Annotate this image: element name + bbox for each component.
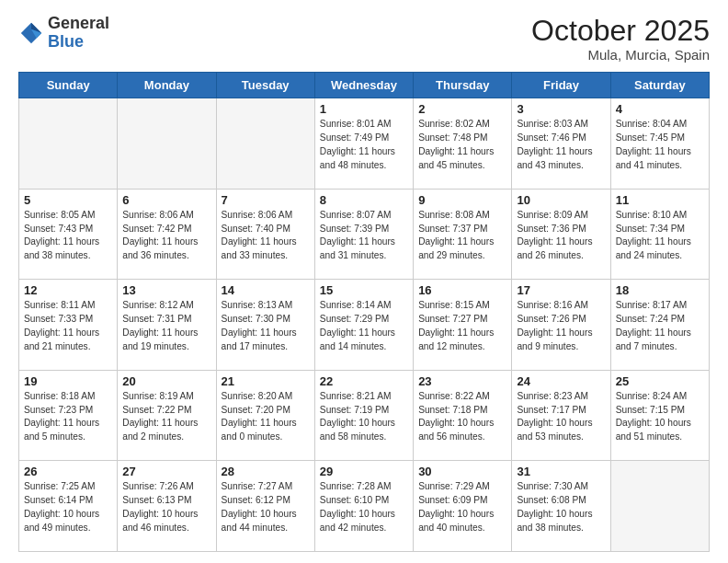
day-number: 5 <box>24 193 112 207</box>
calendar-week-3: 12Sunrise: 8:11 AM Sunset: 7:33 PM Dayli… <box>19 280 710 371</box>
calendar-day-26: 26Sunrise: 7:25 AM Sunset: 6:14 PM Dayli… <box>19 461 118 552</box>
calendar-day-15: 15Sunrise: 8:14 AM Sunset: 7:29 PM Dayli… <box>314 280 413 371</box>
day-info: Sunrise: 7:29 AM Sunset: 6:09 PM Dayligh… <box>418 480 506 534</box>
day-info: Sunrise: 7:25 AM Sunset: 6:14 PM Dayligh… <box>24 480 112 534</box>
calendar-day-29: 29Sunrise: 7:28 AM Sunset: 6:10 PM Dayli… <box>314 461 413 552</box>
weekday-header-sunday: Sunday <box>19 73 118 98</box>
day-info: Sunrise: 8:16 AM Sunset: 7:26 PM Dayligh… <box>517 299 605 353</box>
weekday-header-row: SundayMondayTuesdayWednesdayThursdayFrid… <box>19 73 710 98</box>
day-number: 27 <box>122 465 210 478</box>
day-number: 12 <box>24 283 112 297</box>
calendar-day-12: 12Sunrise: 8:11 AM Sunset: 7:33 PM Dayli… <box>19 280 118 371</box>
calendar-day-7: 7Sunrise: 8:06 AM Sunset: 7:40 PM Daylig… <box>216 189 314 280</box>
weekday-header-wednesday: Wednesday <box>314 73 413 98</box>
day-number: 8 <box>320 193 408 207</box>
day-number: 30 <box>418 465 506 478</box>
day-info: Sunrise: 8:09 AM Sunset: 7:36 PM Dayligh… <box>517 209 605 263</box>
weekday-header-thursday: Thursday <box>414 73 512 98</box>
day-info: Sunrise: 8:08 AM Sunset: 7:37 PM Dayligh… <box>418 209 506 263</box>
logo-icon <box>18 20 44 46</box>
title-block: October 2025 Mula, Murcia, Spain <box>531 15 710 63</box>
day-number: 26 <box>24 465 112 478</box>
calendar-week-1: 1Sunrise: 8:01 AM Sunset: 7:49 PM Daylig… <box>19 98 710 190</box>
day-info: Sunrise: 7:30 AM Sunset: 6:08 PM Dayligh… <box>517 480 605 534</box>
calendar-day-16: 16Sunrise: 8:15 AM Sunset: 7:27 PM Dayli… <box>414 280 512 371</box>
weekday-header-saturday: Saturday <box>610 73 709 98</box>
logo: General Blue <box>18 15 109 52</box>
day-info: Sunrise: 8:11 AM Sunset: 7:33 PM Dayligh… <box>24 299 112 353</box>
logo-general: General <box>48 14 109 32</box>
day-info: Sunrise: 8:06 AM Sunset: 7:42 PM Dayligh… <box>122 209 210 263</box>
day-number: 23 <box>418 374 506 388</box>
month-title: October 2025 <box>531 15 710 47</box>
day-number: 18 <box>616 283 704 297</box>
day-number: 24 <box>517 374 605 388</box>
day-number: 11 <box>616 193 704 207</box>
day-info: Sunrise: 8:23 AM Sunset: 7:17 PM Dayligh… <box>517 390 605 444</box>
day-number: 22 <box>320 374 408 388</box>
day-number: 28 <box>222 465 310 478</box>
day-number: 4 <box>616 102 704 116</box>
calendar-day-1: 1Sunrise: 8:01 AM Sunset: 7:49 PM Daylig… <box>314 98 413 190</box>
day-number: 31 <box>517 465 605 478</box>
day-info: Sunrise: 8:14 AM Sunset: 7:29 PM Dayligh… <box>320 299 408 353</box>
day-info: Sunrise: 8:22 AM Sunset: 7:18 PM Dayligh… <box>418 390 506 444</box>
day-info: Sunrise: 7:26 AM Sunset: 6:13 PM Dayligh… <box>122 480 210 534</box>
calendar-day-28: 28Sunrise: 7:27 AM Sunset: 6:12 PM Dayli… <box>216 461 314 552</box>
day-number: 29 <box>320 465 408 478</box>
day-number: 1 <box>320 102 408 116</box>
calendar-day-18: 18Sunrise: 8:17 AM Sunset: 7:24 PM Dayli… <box>610 280 709 371</box>
calendar-day-6: 6Sunrise: 8:06 AM Sunset: 7:42 PM Daylig… <box>118 189 216 280</box>
day-number: 7 <box>222 193 310 207</box>
location-title: Mula, Murcia, Spain <box>531 47 710 63</box>
day-number: 20 <box>122 374 210 388</box>
page: General Blue October 2025 Mula, Murcia, … <box>0 0 728 563</box>
day-info: Sunrise: 8:18 AM Sunset: 7:23 PM Dayligh… <box>24 390 112 444</box>
logo-text: General Blue <box>48 15 109 52</box>
day-info: Sunrise: 8:10 AM Sunset: 7:34 PM Dayligh… <box>616 209 704 263</box>
calendar-day-8: 8Sunrise: 8:07 AM Sunset: 7:39 PM Daylig… <box>314 189 413 280</box>
calendar-day-30: 30Sunrise: 7:29 AM Sunset: 6:09 PM Dayli… <box>414 461 512 552</box>
day-info: Sunrise: 8:17 AM Sunset: 7:24 PM Dayligh… <box>616 299 704 353</box>
day-number: 14 <box>222 283 310 297</box>
day-number: 9 <box>418 193 506 207</box>
calendar-day-11: 11Sunrise: 8:10 AM Sunset: 7:34 PM Dayli… <box>610 189 709 280</box>
calendar-day-14: 14Sunrise: 8:13 AM Sunset: 7:30 PM Dayli… <box>216 280 314 371</box>
calendar-empty <box>118 98 216 190</box>
calendar-day-27: 27Sunrise: 7:26 AM Sunset: 6:13 PM Dayli… <box>118 461 216 552</box>
day-info: Sunrise: 8:21 AM Sunset: 7:19 PM Dayligh… <box>320 390 408 444</box>
day-info: Sunrise: 8:06 AM Sunset: 7:40 PM Dayligh… <box>222 209 310 263</box>
day-info: Sunrise: 8:19 AM Sunset: 7:22 PM Dayligh… <box>122 390 210 444</box>
day-info: Sunrise: 8:03 AM Sunset: 7:46 PM Dayligh… <box>517 118 605 172</box>
calendar-week-5: 26Sunrise: 7:25 AM Sunset: 6:14 PM Dayli… <box>19 461 710 552</box>
calendar-day-24: 24Sunrise: 8:23 AM Sunset: 7:17 PM Dayli… <box>512 370 610 461</box>
calendar-week-2: 5Sunrise: 8:05 AM Sunset: 7:43 PM Daylig… <box>19 189 710 280</box>
day-number: 13 <box>122 283 210 297</box>
calendar-day-10: 10Sunrise: 8:09 AM Sunset: 7:36 PM Dayli… <box>512 189 610 280</box>
day-info: Sunrise: 7:27 AM Sunset: 6:12 PM Dayligh… <box>222 480 310 534</box>
weekday-header-monday: Monday <box>118 73 216 98</box>
day-info: Sunrise: 8:13 AM Sunset: 7:30 PM Dayligh… <box>222 299 310 353</box>
calendar-week-4: 19Sunrise: 8:18 AM Sunset: 7:23 PM Dayli… <box>19 370 710 461</box>
day-info: Sunrise: 8:12 AM Sunset: 7:31 PM Dayligh… <box>122 299 210 353</box>
day-info: Sunrise: 8:01 AM Sunset: 7:49 PM Dayligh… <box>320 118 408 172</box>
calendar-day-19: 19Sunrise: 8:18 AM Sunset: 7:23 PM Dayli… <box>19 370 118 461</box>
calendar-day-25: 25Sunrise: 8:24 AM Sunset: 7:15 PM Dayli… <box>610 370 709 461</box>
day-number: 2 <box>418 102 506 116</box>
logo-blue: Blue <box>48 32 84 51</box>
calendar-day-13: 13Sunrise: 8:12 AM Sunset: 7:31 PM Dayli… <box>118 280 216 371</box>
weekday-header-tuesday: Tuesday <box>216 73 314 98</box>
day-number: 15 <box>320 283 408 297</box>
calendar-day-9: 9Sunrise: 8:08 AM Sunset: 7:37 PM Daylig… <box>414 189 512 280</box>
calendar-day-20: 20Sunrise: 8:19 AM Sunset: 7:22 PM Dayli… <box>118 370 216 461</box>
calendar-empty <box>19 98 118 190</box>
calendar-day-21: 21Sunrise: 8:20 AM Sunset: 7:20 PM Dayli… <box>216 370 314 461</box>
calendar-day-31: 31Sunrise: 7:30 AM Sunset: 6:08 PM Dayli… <box>512 461 610 552</box>
calendar-table: SundayMondayTuesdayWednesdayThursdayFrid… <box>18 72 710 552</box>
calendar-day-2: 2Sunrise: 8:02 AM Sunset: 7:48 PM Daylig… <box>414 98 512 190</box>
day-info: Sunrise: 8:02 AM Sunset: 7:48 PM Dayligh… <box>418 118 506 172</box>
day-number: 3 <box>517 102 605 116</box>
header: General Blue October 2025 Mula, Murcia, … <box>18 15 710 63</box>
day-info: Sunrise: 8:20 AM Sunset: 7:20 PM Dayligh… <box>222 390 310 444</box>
calendar-day-4: 4Sunrise: 8:04 AM Sunset: 7:45 PM Daylig… <box>610 98 709 190</box>
